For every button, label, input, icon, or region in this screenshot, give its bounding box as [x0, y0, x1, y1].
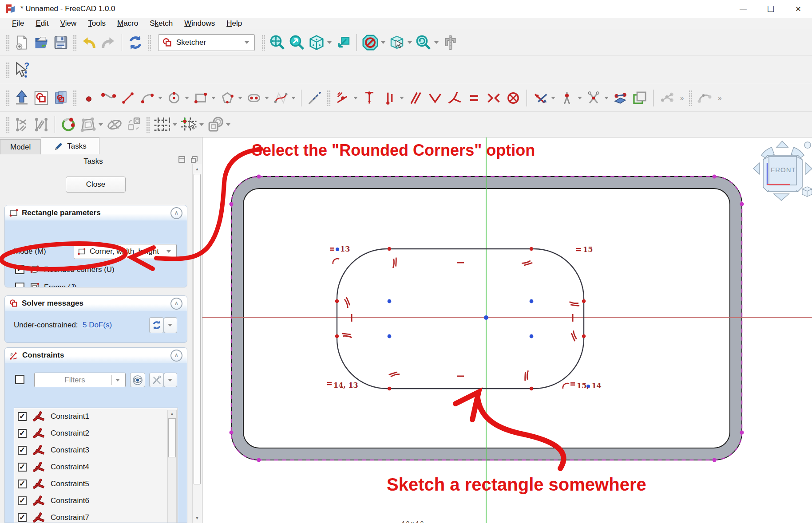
- workbench-selector[interactable]: Sketcher: [158, 34, 255, 51]
- chevron-down-icon[interactable]: [226, 123, 230, 126]
- nav-mini-cube-icon[interactable]: [802, 187, 812, 197]
- constraint-row[interactable]: Constraint3: [14, 442, 178, 459]
- create-bspline-button[interactable]: [271, 88, 290, 108]
- chevron-down-icon[interactable]: [158, 97, 162, 99]
- float-panel-icon[interactable]: [191, 156, 198, 163]
- save-button[interactable]: [51, 32, 71, 53]
- render-order-button[interactable]: [206, 114, 225, 135]
- constraints-header[interactable]: Constraints ∧∧: [5, 348, 187, 363]
- toolbar-grip[interactable]: [6, 35, 10, 51]
- origin-point[interactable]: [484, 315, 488, 320]
- select-elements-button[interactable]: [59, 114, 78, 135]
- constraint-checkbox[interactable]: [18, 429, 27, 438]
- toggle-construction-button[interactable]: [305, 88, 325, 108]
- collapse-section-icon[interactable]: ∧∧: [170, 207, 182, 219]
- menu-file[interactable]: File: [6, 19, 30, 28]
- collapse-section-icon[interactable]: ∧∧: [170, 298, 182, 310]
- toolbar-overflow-icon[interactable]: »: [677, 94, 686, 102]
- fit-all-button[interactable]: [268, 32, 287, 53]
- menu-tools[interactable]: Tools: [82, 19, 111, 28]
- frame-checkbox[interactable]: [15, 283, 24, 287]
- show-hide-constraints-button[interactable]: [130, 373, 145, 387]
- switch-virtual-space-button[interactable]: [124, 114, 144, 135]
- nav-left-arrow[interactable]: [753, 163, 760, 174]
- menu-view[interactable]: View: [55, 19, 83, 28]
- constraint-row[interactable]: Constraint2: [14, 425, 178, 442]
- chevron-down-icon[interactable]: [291, 97, 296, 99]
- activate-constraint-button[interactable]: [584, 88, 603, 108]
- chevron-down-icon[interactable]: [211, 97, 216, 99]
- constraint-checkbox[interactable]: [18, 463, 27, 472]
- sketch-rounded-rectangle[interactable]: [337, 249, 584, 389]
- create-line-button[interactable]: [118, 88, 138, 108]
- select-internal-button[interactable]: [105, 114, 124, 135]
- constraints-filter-select[interactable]: Filters: [34, 373, 126, 387]
- constrain-block-button[interactable]: [503, 88, 523, 108]
- chevron-down-icon[interactable]: [199, 123, 204, 126]
- constrain-symmetric-button[interactable]: [484, 88, 503, 108]
- create-polygon-button[interactable]: [218, 88, 237, 108]
- constraint-row[interactable]: Constraint5: [14, 476, 178, 492]
- constraint-label-bottom-left[interactable]: 14, 13: [333, 381, 358, 389]
- rounded-corners-label[interactable]: Rounded corners (U): [44, 265, 115, 274]
- tab-tasks[interactable]: Tasks: [41, 138, 99, 154]
- menu-edit[interactable]: Edit: [30, 19, 54, 28]
- grid-toggle-button[interactable]: [152, 114, 172, 135]
- solver-options-dropdown[interactable]: [164, 317, 177, 333]
- constraint-row[interactable]: Constraint4: [14, 459, 178, 476]
- view-section-button[interactable]: [51, 88, 71, 108]
- new-document-button[interactable]: [12, 32, 32, 53]
- constraint-checkbox[interactable]: [18, 446, 27, 455]
- chevron-down-icon[interactable]: [434, 41, 439, 44]
- maximize-button[interactable]: ☐: [757, 0, 784, 18]
- constrain-angle-button[interactable]: [425, 88, 445, 108]
- constraint-list-scrollbar[interactable]: ▲ ▼: [167, 410, 177, 523]
- constraint-row[interactable]: Constraint6: [14, 492, 178, 509]
- constrain-dimension-button[interactable]: [531, 88, 550, 108]
- constrain-parallel-button[interactable]: [406, 88, 425, 108]
- toggle-driving-button[interactable]: [557, 88, 577, 108]
- sketch-vertices[interactable]: [335, 247, 586, 390]
- panel-scrollbar-thumb[interactable]: [194, 174, 201, 484]
- menu-help[interactable]: Help: [221, 19, 248, 28]
- nav-circle-icon[interactable]: [804, 142, 811, 148]
- isometric-view-button[interactable]: [307, 32, 326, 53]
- undo-button[interactable]: [79, 32, 99, 53]
- nav-down-arrow[interactable]: [774, 194, 789, 201]
- rectangle-parameters-header[interactable]: Rectangle parameters ∧∧: [5, 205, 187, 220]
- constrain-tangent-button[interactable]: [445, 88, 464, 108]
- toolbar-grip[interactable]: [689, 90, 693, 106]
- create-arc-button[interactable]: [138, 88, 157, 108]
- tilt-up-arrow[interactable]: [776, 141, 788, 147]
- frame-label[interactable]: Frame (J): [44, 283, 77, 287]
- select-dof-button[interactable]: [78, 114, 98, 135]
- whats-this-button[interactable]: ?: [12, 60, 32, 80]
- menu-sketch[interactable]: Sketch: [144, 19, 178, 28]
- constrain-equal-button[interactable]: [464, 88, 484, 108]
- constraint-settings-dropdown[interactable]: [164, 373, 177, 387]
- constraints-select-all-checkbox[interactable]: [15, 375, 24, 384]
- toolbar-grip[interactable]: [73, 35, 77, 51]
- scroll-up-icon[interactable]: ▲: [168, 410, 176, 417]
- constraint-row[interactable]: Constraint7: [14, 509, 178, 523]
- close-window-button[interactable]: ✕: [784, 0, 812, 18]
- box-selection-button[interactable]: [387, 32, 407, 53]
- zoom-tools-button[interactable]: [414, 32, 433, 53]
- toolbar-overflow-icon[interactable]: »: [714, 94, 724, 102]
- constrain-horizontal-button[interactable]: [379, 88, 399, 108]
- constraint-checkbox[interactable]: [18, 513, 27, 522]
- create-circle-button[interactable]: [164, 88, 184, 108]
- tangent-constraint-icons[interactable]: [341, 257, 580, 381]
- chevron-down-icon[interactable]: [604, 97, 609, 99]
- constraint-row[interactable]: Constraint1: [14, 408, 178, 425]
- scroll-down-icon[interactable]: ▼: [193, 514, 202, 522]
- chevron-down-icon[interactable]: [408, 41, 412, 44]
- toolbar-grip[interactable]: [6, 62, 10, 78]
- carbon-copy-button[interactable]: [695, 88, 714, 108]
- toolbar-grip[interactable]: [73, 90, 77, 106]
- chevron-down-icon[interactable]: [173, 123, 177, 126]
- menu-windows[interactable]: Windows: [178, 19, 221, 28]
- solver-messages-header[interactable]: Solver messages ∧∧: [5, 296, 187, 311]
- create-rectangle-button[interactable]: [191, 88, 210, 108]
- constraint-label-top-right[interactable]: 15: [583, 245, 593, 254]
